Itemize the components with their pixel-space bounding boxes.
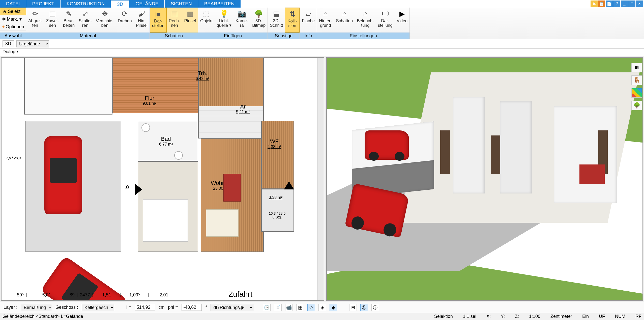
status-unit: Zentimeter xyxy=(550,314,572,319)
tab-sichten[interactable]: SICHTEN xyxy=(165,0,198,8)
skalieren-button[interactable]: ⤢Skalie-ren xyxy=(77,8,94,33)
view3-icon[interactable]: ◆ xyxy=(330,304,337,311)
dl-select[interactable]: dl (Richtung/Ди xyxy=(211,304,253,311)
view-mode-pill[interactable]: 3D xyxy=(3,40,14,47)
tool-icon[interactable]: ✖ xyxy=(591,1,598,7)
dimension-ruler: 59⁵ 5,01 89 2477 1,51 1,09⁵ 2,01 xyxy=(14,291,314,299)
3d-bitmap-button[interactable]: 🌳3D-Bitmap xyxy=(250,8,268,33)
zuweisen-button[interactable]: ▦Zuwei-sen xyxy=(44,8,61,33)
menu-bar: DATEI PROJEKT KONSTRUKTION 3D GELÄNDE SI… xyxy=(0,0,644,8)
kollision-button[interactable]: ⇅Kolli-sion xyxy=(285,8,300,33)
cam-icon[interactable]: 📹 xyxy=(285,304,293,311)
ribbon-group-material: ✏Abgrei-fen ▦Zuwei-sen ✎Bear-beiten ⤢Ska… xyxy=(26,8,150,39)
table-icon xyxy=(206,209,239,237)
room-ar-area: 5,21 m² xyxy=(236,110,250,114)
minimize-button[interactable]: _ xyxy=(621,1,628,7)
status-left: Geländebereich <Standard> L=Gelände xyxy=(3,314,83,319)
layer-select[interactable]: Bemaßung xyxy=(21,304,52,311)
palette-icon[interactable] xyxy=(631,88,642,98)
doc-icon[interactable]: 📄 xyxy=(274,304,282,311)
clipboard-icon[interactable]: 📋 xyxy=(598,1,605,7)
furniture-icon[interactable]: 🪑 xyxy=(631,75,642,85)
room-flur-label: Flur xyxy=(145,95,154,101)
brush-icon: ▥ xyxy=(185,9,195,18)
clock-icon[interactable]: 🕒 xyxy=(263,304,271,311)
layers-icon[interactable]: ≋ xyxy=(631,63,642,72)
status-y: Y: xyxy=(501,314,505,319)
terrain-select[interactable]: Urgelände xyxy=(16,40,49,47)
status-num: NUM xyxy=(615,314,625,319)
tab-datei[interactable]: DATEI xyxy=(0,0,26,8)
scale-icon: ⤢ xyxy=(80,9,90,18)
maximize-button[interactable]: □ xyxy=(628,1,635,7)
bearbeiten-button[interactable]: ✎Bear-beiten xyxy=(61,8,77,33)
display-icon: 🖵 xyxy=(380,9,390,18)
view1-icon[interactable]: ◇ xyxy=(307,304,315,311)
sofa-icon xyxy=(223,174,241,202)
section-arrow-icon xyxy=(135,184,142,195)
phi-label: phi = xyxy=(168,305,178,310)
ribbon-group-schatten: ▣Dar-stellen ▤Rech-nen ▥Pinsel Schatten xyxy=(150,8,198,39)
status-sel: 1:1 sel xyxy=(463,314,476,319)
collision-icon: ⇅ xyxy=(287,9,297,18)
phi-input[interactable] xyxy=(182,304,202,311)
close-button[interactable]: × xyxy=(636,1,643,7)
2d-plan-pane[interactable]: Trh.6,42 m² Flur9,81 m² Ar5,21 m² Bad6,7… xyxy=(1,57,324,301)
mark-button[interactable]: ✲Mark. ▾ xyxy=(0,15,26,23)
darstellen-button[interactable]: ▣Dar-stellen xyxy=(150,8,167,33)
geschoss-select[interactable]: Kellergesch xyxy=(82,304,114,311)
rechnen-button[interactable]: ▤Rech-nen xyxy=(167,8,182,33)
ribbon-group-sonstige: ⬓3D-Schnitt ⇅Kolli-sion Sonstige xyxy=(268,8,300,39)
view2-icon[interactable]: ◈ xyxy=(318,304,326,311)
info-icon[interactable]: ⓘ xyxy=(371,304,379,311)
group-label-auswahl: Auswahl xyxy=(0,33,26,39)
selekt-button[interactable]: 🖱Selekt xyxy=(0,8,26,15)
hintergrund-button[interactable]: ⌂Hinter-grund xyxy=(317,8,334,33)
drehen-button[interactable]: ⟳Drehen xyxy=(116,8,134,33)
l-input[interactable] xyxy=(135,304,155,311)
video-button[interactable]: ▶Video xyxy=(395,8,409,33)
optionen-button[interactable]: +Optionen xyxy=(0,23,26,31)
flaeche-button[interactable]: ▱Fläche xyxy=(300,8,317,33)
ribbon-group-info: ▱Fläche Info xyxy=(300,8,317,39)
section-icon: ⬓ xyxy=(271,9,281,18)
content-area: Trh.6,42 m² Flur9,81 m² Ar5,21 m² Bad6,7… xyxy=(0,56,644,302)
doc-icon[interactable]: 📄 xyxy=(606,1,613,7)
grid-icon[interactable]: ⊞ xyxy=(349,304,357,311)
camera-icon: 📷 xyxy=(237,9,247,18)
tab-bearbeiten[interactable]: BEARBEITEN xyxy=(198,0,241,8)
sink-icon xyxy=(141,123,150,132)
darstellung-button[interactable]: 🖵Dar-stellung xyxy=(376,8,395,33)
dialoge-bar: Dialoge: xyxy=(0,49,644,56)
verschieben-button[interactable]: ✥Verschie-ben xyxy=(94,8,116,33)
car-garage-icon xyxy=(44,136,82,214)
tab-konstruktion[interactable]: KONSTRUKTION xyxy=(61,0,111,8)
abgreifen-button[interactable]: ✏Abgrei-fen xyxy=(26,8,44,33)
snap-icon[interactable]: Ⓝ xyxy=(360,304,368,311)
2d-scrollbar-vertical[interactable] xyxy=(317,58,324,300)
pinsel-button[interactable]: ▥Pinsel xyxy=(182,8,198,33)
layer-icon[interactable]: ▦ xyxy=(296,304,304,311)
status-bar: Geländebereich <Standard> L=Gelände Sele… xyxy=(0,313,644,320)
tree-icon[interactable]: 🌳 xyxy=(631,101,642,110)
tab-3d[interactable]: 3D xyxy=(111,0,129,8)
lichtquelle-button[interactable]: 💡Licht-quelle ▾ xyxy=(215,8,233,33)
3d-view-pane[interactable]: ≋ 🪑 🌳 xyxy=(326,57,643,301)
status-uf: UF xyxy=(599,314,605,319)
layer-label: Layer : xyxy=(4,305,17,310)
window-controls: ✖ 📋 📄 ? _ □ × xyxy=(591,0,644,8)
phi-unit: ° xyxy=(205,305,207,310)
tab-gelaende[interactable]: GELÄNDE xyxy=(129,0,165,8)
group-label-info: Info xyxy=(300,33,317,39)
hin-pinsel-button[interactable]: 🖌Hin.Pinsel xyxy=(134,8,150,33)
kamera-button[interactable]: 📷Kame-ra xyxy=(233,8,250,33)
cursor-icon: 🖱 xyxy=(2,9,7,14)
objekt-button[interactable]: ⬚Objekt xyxy=(198,8,215,33)
beleuchtung-button[interactable]: ⌂Beleuch-tung xyxy=(355,8,376,33)
3d-schnitt-button[interactable]: ⬓3D-Schnitt xyxy=(268,8,285,33)
tab-projekt[interactable]: PROJEKT xyxy=(26,0,61,8)
schatten-button[interactable]: ⌂Schatten xyxy=(334,8,355,33)
tree-icon: 🌳 xyxy=(254,9,264,18)
ribbon-group-einfuegen: ⬚Objekt 💡Licht-quelle ▾ 📷Kame-ra 🌳3D-Bit… xyxy=(198,8,268,39)
help-icon[interactable]: ? xyxy=(613,1,620,7)
